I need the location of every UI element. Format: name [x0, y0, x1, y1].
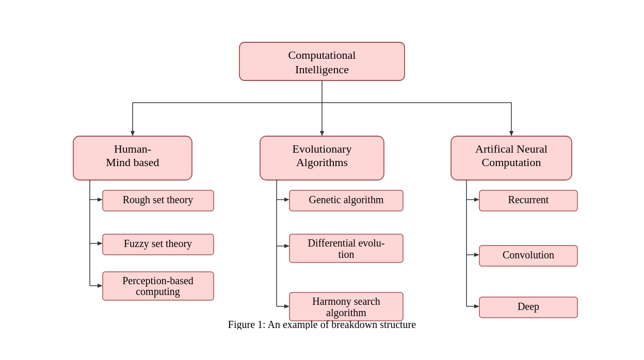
- right-child1: Recurrent: [508, 194, 549, 205]
- caption: Figure 1: An example of breakdown struct…: [228, 319, 416, 330]
- right-child3: Deep: [518, 301, 539, 313]
- svg-marker-23: [284, 198, 289, 202]
- root-line1: Computational: [288, 48, 356, 61]
- svg-marker-34: [474, 198, 479, 202]
- right-child2: Convolution: [503, 249, 554, 260]
- diagram-svg: Computational Intelligence Human- Mind b…: [38, 30, 606, 330]
- mid-child1: Genetic algorithm: [309, 194, 384, 206]
- mid-child3-line1: Harmony search: [312, 296, 380, 307]
- svg-marker-8: [509, 131, 513, 136]
- svg-marker-6: [320, 131, 324, 136]
- left-branch-label1: Human-: [114, 142, 151, 155]
- left-child3-line1: Perception-based: [122, 275, 194, 287]
- mid-branch-label2: Algorithms: [296, 156, 348, 169]
- root-line2: Intelligence: [295, 63, 349, 76]
- svg-marker-18: [98, 284, 103, 288]
- left-branch-label2: Mind based: [106, 156, 159, 169]
- svg-marker-12: [98, 198, 103, 202]
- svg-marker-15: [98, 241, 103, 246]
- svg-marker-40: [474, 304, 479, 308]
- mid-branch-label1: Evolutionary: [293, 142, 352, 155]
- right-branch-label1: Artifical Neural: [475, 142, 548, 155]
- mid-child2-line2: tion: [338, 249, 354, 260]
- right-branch-label2: Computation: [482, 156, 541, 169]
- svg-marker-29: [284, 304, 289, 308]
- svg-marker-37: [474, 253, 479, 257]
- diagram-container: Computational Intelligence Human- Mind b…: [38, 30, 606, 330]
- svg-marker-4: [131, 131, 135, 136]
- left-child3-line2: computing: [136, 286, 180, 298]
- left-child1: Rough set theory: [123, 194, 194, 206]
- mid-child3-line2: algorithm: [326, 307, 366, 319]
- mid-child2-line1: Differential evolu-: [308, 237, 384, 249]
- svg-marker-26: [284, 244, 289, 248]
- left-child2: Fuzzy set theory: [124, 238, 192, 250]
